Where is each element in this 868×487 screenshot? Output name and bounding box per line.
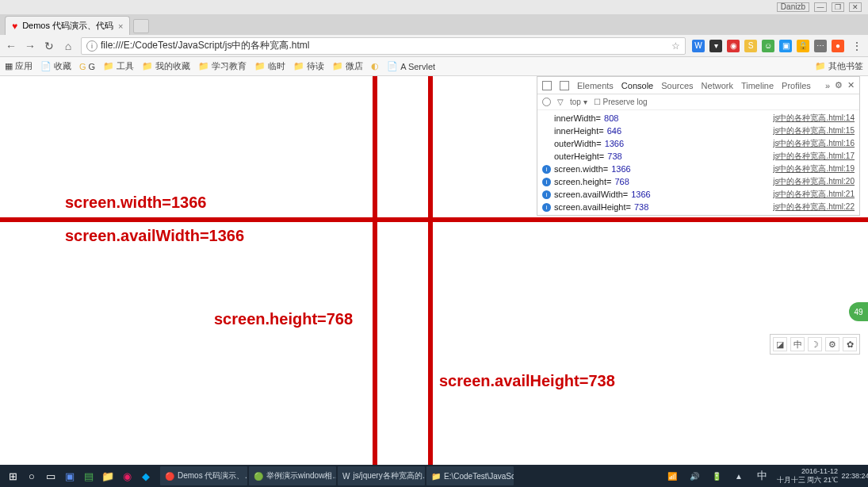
console-log-row: innerHeight= 646js中的各种宽高.html:15 — [537, 125, 859, 137]
window-titlebar: Danizb — ❐ ✕ — [0, 0, 868, 14]
bookmark-item-0[interactable]: 📄收藏 — [40, 60, 71, 72]
bookmark-item-6[interactable]: 📁待读 — [293, 60, 324, 72]
side-tool-2[interactable]: ☽ — [808, 337, 822, 351]
taskbar-pinned-1[interactable]: ○ — [22, 466, 41, 485]
taskbar-pinned-0[interactable]: ⊞ — [3, 466, 22, 485]
extension-icon-5[interactable]: ▣ — [779, 40, 792, 52]
extension-icon-3[interactable]: S — [744, 40, 757, 52]
taskbar-pinned-2[interactable]: ▭ — [41, 466, 60, 485]
taskbar-pinned-4[interactable]: ▤ — [79, 466, 98, 485]
inspect-icon[interactable] — [542, 81, 552, 90]
extension-icon-6[interactable]: 🔒 — [797, 40, 809, 52]
vertical-line-1 — [373, 76, 377, 465]
side-badge[interactable]: 49 — [849, 302, 868, 321]
side-toolbar: ◪中☽⚙✿ — [770, 334, 860, 355]
taskbar-pinned-3[interactable]: ▣ — [60, 466, 79, 485]
minimize-button[interactable]: — — [814, 2, 827, 12]
tray-icon-1[interactable]: 🔊 — [685, 466, 704, 485]
extension-icon-0[interactable]: W — [692, 40, 705, 52]
preserve-log-checkbox[interactable]: ☐ Preserve log — [594, 98, 648, 106]
taskbar-window-0[interactable]: 🔴Demos 代码演示、… — [160, 466, 247, 485]
bookmark-item-4[interactable]: 📁学习教育 — [198, 60, 247, 72]
devtools-tab-network[interactable]: Network — [702, 81, 733, 90]
folder-icon: 📁 — [293, 61, 304, 71]
bookmark-item-9[interactable]: 📄A Servlet — [387, 60, 435, 72]
ime-indicator[interactable]: 中 — [753, 466, 772, 485]
reload-button[interactable]: ↻ — [43, 40, 55, 52]
source-link[interactable]: js中的各种宽高.html:15 — [773, 125, 855, 136]
bookmark-item-5[interactable]: 📁临时 — [254, 60, 285, 72]
devtools-tab-console[interactable]: Console — [621, 81, 653, 90]
extension-icon-1[interactable]: ▾ — [709, 40, 722, 52]
clear-console-icon[interactable] — [542, 98, 551, 106]
url-input[interactable]: i file:///E:/CodeTest/JavaScript/js中的各种宽… — [81, 37, 686, 55]
home-button[interactable]: ⌂ — [62, 40, 75, 52]
tab-title: Demos 代码演示、代码 — [22, 20, 113, 32]
forward-button[interactable]: → — [24, 40, 36, 52]
back-button[interactable]: ← — [5, 40, 17, 52]
folder-icon: 📁 — [142, 61, 153, 71]
folder-icon: 📄 — [387, 61, 398, 71]
new-tab-button[interactable] — [133, 19, 149, 33]
extension-icon-8[interactable]: ● — [832, 40, 844, 52]
taskbar-pinned-7[interactable]: ◆ — [136, 466, 155, 485]
source-link[interactable]: js中的各种宽高.html:17 — [773, 151, 855, 162]
taskbar-pinned-6[interactable]: ◉ — [117, 466, 136, 485]
taskbar-pinned-5[interactable]: 📁 — [98, 466, 117, 485]
devtools-close-icon[interactable]: ✕ — [847, 80, 855, 90]
vertical-line-2 — [428, 76, 433, 465]
bookmark-item-1[interactable]: GG — [79, 60, 95, 72]
source-link[interactable]: js中的各种宽高.html:19 — [773, 163, 855, 174]
extension-icon-2[interactable]: ◉ — [727, 40, 740, 52]
windows-taskbar: ⊞○▭▣▤📁◉◆ 🔴Demos 代码演示、…🟢举例演示window相…Wjs/j… — [0, 465, 868, 487]
devtools-more-icon[interactable]: » — [825, 81, 830, 90]
extension-icon-4[interactable]: ☺ — [762, 40, 774, 52]
side-tool-4[interactable]: ✿ — [843, 337, 857, 351]
console-log-row: iscreen.availHeight= 738js中的各种宽高.html:22 — [537, 201, 859, 213]
devtools-tab-sources[interactable]: Sources — [661, 81, 693, 90]
source-link[interactable]: js中的各种宽高.html:22 — [773, 201, 855, 213]
info-icon: i — [542, 165, 551, 174]
devtools-tab-elements[interactable]: Elements — [577, 81, 614, 90]
bookmark-item-7[interactable]: 📁微店 — [332, 60, 363, 72]
console-output: innerWidth= 808js中的各种宽高.html:14innerHeig… — [537, 110, 859, 215]
tray-icon-3[interactable]: ▲ — [729, 466, 748, 485]
source-link[interactable]: js中的各种宽高.html:16 — [773, 138, 855, 149]
site-info-icon[interactable]: i — [86, 40, 98, 52]
context-selector[interactable]: top ▾ — [570, 98, 587, 106]
bookmark-star-icon[interactable]: ☆ — [671, 40, 680, 52]
devtools-tab-timeline[interactable]: Timeline — [741, 81, 774, 90]
bookmark-item-8[interactable]: ◐ — [371, 60, 379, 72]
taskbar-clock[interactable]: 2016-11-12 22:38:24 十月十三 周六 21℃ — [777, 467, 841, 485]
other-bookmarks[interactable]: 📁 其他书签 — [815, 60, 863, 72]
bookmark-item-2[interactable]: 📁工具 — [103, 60, 134, 72]
apps-shortcut[interactable]: ▦ 应用 — [5, 60, 33, 72]
extension-icon-7[interactable]: ⋯ — [814, 40, 827, 52]
browser-tab[interactable]: ♥ Demos 代码演示、代码 × — [5, 16, 130, 35]
devtools-tab-profiles[interactable]: Profiles — [782, 81, 811, 90]
menu-button[interactable]: ⋮ — [851, 40, 863, 52]
source-link[interactable]: js中的各种宽高.html:20 — [773, 176, 855, 187]
source-link[interactable]: js中的各种宽高.html:14 — [773, 113, 855, 124]
favicon-heart-icon: ♥ — [12, 21, 17, 32]
bookmark-item-3[interactable]: 📁我的收藏 — [142, 60, 190, 72]
extensions-row: W▾◉S☺▣🔒⋯● — [692, 40, 844, 52]
bookmarks-bar: ▦ 应用 📄收藏GG📁工具📁我的收藏📁学习教育📁临时📁待读📁微店◐📄A Serv… — [0, 57, 868, 76]
tray-icon-0[interactable]: 📶 — [663, 466, 682, 485]
side-tool-3[interactable]: ⚙ — [825, 337, 839, 351]
devtools-settings-icon[interactable]: ⚙ — [835, 80, 843, 90]
side-tool-1[interactable]: 中 — [790, 337, 805, 351]
source-link[interactable]: js中的各种宽高.html:21 — [773, 189, 855, 200]
taskbar-window-1[interactable]: 🟢举例演示window相… — [249, 466, 336, 485]
tab-close-icon[interactable]: × — [118, 21, 123, 31]
taskbar-window-3[interactable]: 📁E:\CodeTest\JavaSc… — [426, 466, 514, 485]
tray-icon-2[interactable]: 🔋 — [707, 466, 726, 485]
taskbar-window-2[interactable]: Wjs/jquery各种宽高的… — [338, 466, 425, 485]
folder-icon: 📁 — [254, 61, 266, 71]
console-log-row: iscreen.availWidth= 1366js中的各种宽高.html:21 — [537, 188, 859, 201]
device-icon[interactable] — [560, 81, 569, 90]
side-tool-0[interactable]: ◪ — [773, 337, 787, 351]
filter-icon[interactable]: ▽ — [557, 98, 564, 106]
maximize-button[interactable]: ❐ — [832, 2, 844, 12]
close-button[interactable]: ✕ — [849, 2, 862, 12]
